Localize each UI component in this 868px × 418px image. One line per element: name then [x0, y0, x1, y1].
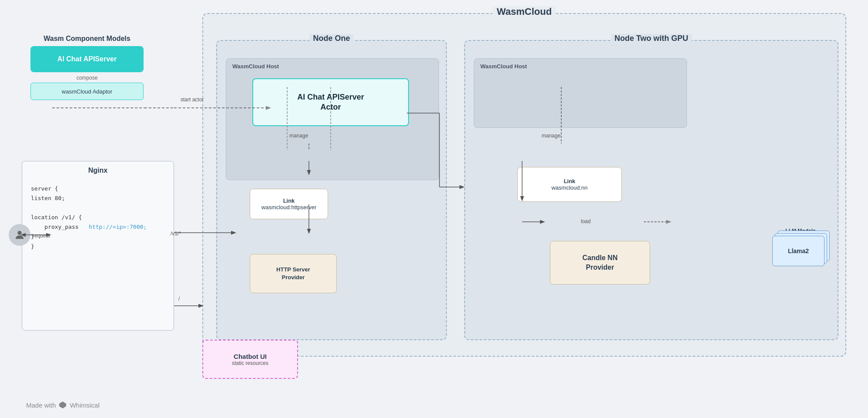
node-one-box: Node One WasmCloud Host AI Chat APIServe…: [216, 40, 447, 340]
node-one-label: Node One: [309, 34, 353, 43]
ai-actor-box: AI Chat APIServer Actor: [252, 78, 409, 126]
link-nn-box: Link wasmcloud:nn: [517, 167, 622, 202]
chatbot-sublabel: static resources: [232, 360, 268, 366]
ai-actor-label: AI Chat APIServer Actor: [297, 92, 364, 113]
wasmc-adaptor-box: wasmCloud Adaptor: [30, 83, 144, 100]
nginx-code: server { listen 80; location /v1/ { prox…: [22, 180, 174, 256]
slash-label: /: [178, 296, 180, 302]
v1-label: /v1/*: [171, 231, 181, 237]
wasmcloud-host-label-2: WasmCloud Host: [480, 63, 527, 70]
person-icon: [13, 229, 26, 241]
made-with-text: Made with: [26, 401, 56, 409]
http-provider-box: HTTP ServerProvider: [250, 254, 337, 293]
whimsical-brand: Whimsical: [70, 401, 99, 409]
nginx-box: Nginx server { listen 80; location /v1/ …: [22, 161, 174, 331]
http-provider-label: HTTP ServerProvider: [276, 266, 310, 281]
link-httpserver-sublabel: wasmcloud:httpserver: [261, 204, 316, 211]
nginx-proxy-link: http://<ip>:7000;: [89, 224, 147, 230]
wasm-models-title: Wasm Component Models: [30, 35, 144, 43]
whimsical-logo-icon: [58, 401, 67, 409]
candle-provider-box: Candle NNProvider: [550, 241, 650, 284]
load-label: load: [581, 218, 591, 224]
footer: Made with Whimsical: [26, 401, 100, 409]
ai-server-box: AI Chat APIServer: [30, 46, 144, 72]
node-two-label: Node Two with GPU: [611, 34, 692, 43]
chatbot-ui-box: Chatbot UI static resources: [202, 340, 298, 379]
svg-point-0: [17, 231, 21, 235]
manage-label-2: manage: [542, 133, 560, 139]
wasm-component-models: Wasm Component Models AI Chat APIServer …: [30, 35, 144, 100]
request-label: request: [33, 233, 50, 239]
manage-label-1: manage: [289, 133, 308, 139]
link-nn-sublabel: wasmcloud:nn: [551, 184, 587, 191]
node-two-box: Node Two with GPU WasmCloud Host Link wa…: [464, 40, 838, 340]
wasmcloud-host-2: WasmCloud Host: [474, 58, 687, 128]
candle-provider-label: Candle NNProvider: [583, 253, 618, 273]
wasmcloud-host-label-1: WasmCloud Host: [232, 63, 279, 70]
link-httpserver-label: Link: [283, 197, 295, 204]
start-actor-label: start actor: [181, 97, 204, 103]
user-icon: [9, 224, 30, 246]
nginx-title: Nginx: [22, 161, 174, 180]
llm-card: Llama2: [772, 236, 824, 266]
wasmcloud-host-1: WasmCloud Host AI Chat APIServer Actor: [226, 58, 439, 180]
wasmcloud-title: WasmCloud: [493, 6, 556, 17]
compose-label: compose: [30, 75, 144, 81]
link-nn-label: Link: [564, 178, 576, 184]
llm-models-stack: LLM Models Llama2: [772, 228, 829, 275]
wasmcloud-outer-box: WasmCloud Node One WasmCloud Host AI Cha…: [202, 13, 846, 357]
diagram-container: WasmCloud Node One WasmCloud Host AI Cha…: [0, 0, 868, 418]
chatbot-label: Chatbot UI: [234, 353, 267, 360]
svg-marker-20: [59, 401, 66, 408]
link-httpserver-box: Link wasmcloud:httpserver: [250, 189, 328, 219]
